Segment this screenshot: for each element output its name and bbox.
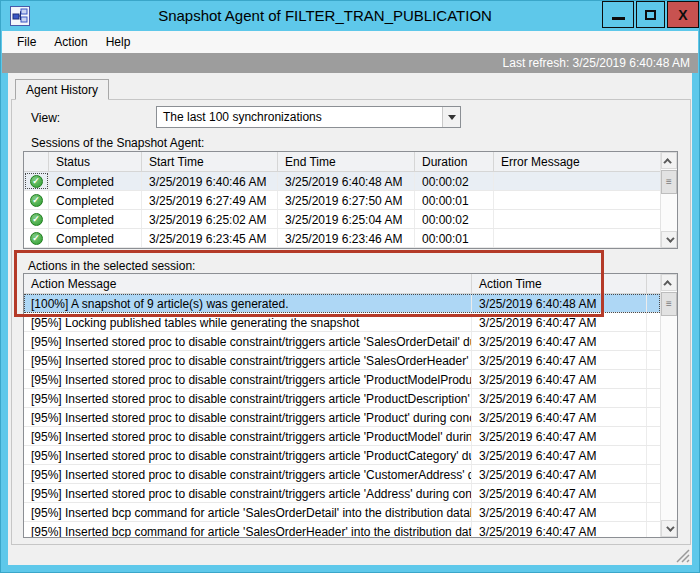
action-message-cell: [95%] Inserted stored proc to disable co… (24, 465, 472, 483)
status-cell: Completed (49, 229, 142, 247)
scroll-down-button[interactable] (661, 520, 677, 537)
action-time-cell: 3/25/2019 6:40:47 AM (472, 465, 647, 483)
filler-cell (647, 332, 660, 350)
table-row[interactable]: [95%] Inserted stored proc to disable co… (24, 446, 660, 465)
end-time-cell: 3/25/2019 6:27:50 AM (278, 191, 415, 209)
action-time-cell: 3/25/2019 6:40:47 AM (472, 484, 647, 502)
actions-table: Action MessageAction Time [100%] A snaps… (23, 273, 678, 538)
maximize-button[interactable] (636, 1, 665, 28)
scrollbar-thumb[interactable]: ≡ (661, 292, 677, 316)
table-row[interactable]: ✓Completed3/25/2019 6:40:46 AM3/25/2019 … (24, 172, 660, 191)
scroll-down-button[interactable] (661, 231, 677, 248)
chevron-down-icon (666, 234, 674, 242)
menu-bar: FileActionHelp (2, 31, 698, 53)
sessions-header: StatusStart TimeEnd TimeDurationError Me… (24, 152, 660, 172)
console-window-icon (10, 6, 30, 26)
filler-cell (647, 351, 660, 369)
scrollbar-thumb[interactable]: ≡ (661, 170, 677, 194)
table-row[interactable]: [95%] Inserted stored proc to disable co… (24, 351, 660, 370)
tab-agent-history[interactable]: Agent History (15, 79, 109, 100)
column-header-status-icon[interactable] (24, 152, 49, 171)
error-message-cell (494, 210, 660, 228)
filler-cell (647, 427, 660, 445)
chevron-up-icon (663, 280, 671, 288)
action-message-cell: [95%] Inserted stored proc to disable co… (24, 408, 472, 426)
table-row[interactable]: [95%] Inserted stored proc to disable co… (24, 484, 660, 503)
chevron-down-icon (448, 115, 456, 120)
error-message-cell (494, 229, 660, 247)
column-header-end-time[interactable]: End Time (278, 152, 415, 171)
action-message-cell: [95%] Inserted bcp command for article '… (24, 503, 472, 521)
action-time-cell: 3/25/2019 6:40:47 AM (472, 370, 647, 388)
filler-cell (647, 465, 660, 483)
error-message-cell (494, 172, 660, 190)
action-time-cell: 3/25/2019 6:40:47 AM (472, 332, 647, 350)
scroll-up-button[interactable] (661, 152, 677, 169)
dialog-window: Snapshot Agent of FILTER_TRAN_PUBLICATIO… (0, 0, 700, 573)
duration-cell: 00:00:02 (415, 172, 494, 190)
start-time-cell: 3/25/2019 6:23:45 AM (142, 229, 278, 247)
view-dropdown-button[interactable] (442, 107, 460, 127)
table-row[interactable]: [95%] Locking published tables while gen… (24, 313, 660, 332)
check-circle-icon: ✓ (30, 175, 43, 188)
check-circle-icon: ✓ (30, 194, 43, 207)
action-message-cell: [95%] Locking published tables while gen… (24, 313, 472, 331)
column-header-start-time[interactable]: Start Time (142, 152, 278, 171)
menu-item-file[interactable]: File (8, 31, 45, 53)
close-button[interactable]: X (667, 1, 699, 28)
column-header-status[interactable]: Status (49, 152, 142, 171)
action-message-cell: [95%] Inserted bcp command for article '… (24, 522, 472, 537)
table-row[interactable]: [100%] A snapshot of 9 article(s) was ge… (24, 294, 660, 313)
menu-item-help[interactable]: Help (97, 31, 140, 53)
table-row[interactable]: ✓Completed3/25/2019 6:23:45 AM3/25/2019 … (24, 229, 660, 248)
check-circle-icon: ✓ (30, 232, 43, 245)
filler-cell (647, 389, 660, 407)
table-row[interactable]: [95%] Inserted stored proc to disable co… (24, 408, 660, 427)
actions-label: Actions in the selected session: (28, 259, 195, 273)
status-icon-cell: ✓ (24, 172, 49, 190)
action-time-cell: 3/25/2019 6:40:47 AM (472, 446, 647, 464)
action-message-cell: [95%] Inserted stored proc to disable co… (24, 370, 472, 388)
table-row[interactable]: [95%] Inserted stored proc to disable co… (24, 465, 660, 484)
sessions-scrollbar[interactable]: ≡ (660, 152, 677, 248)
error-message-cell (494, 191, 660, 209)
action-message-cell: [95%] Inserted stored proc to disable co… (24, 351, 472, 369)
table-row[interactable]: ✓Completed3/25/2019 6:27:49 AM3/25/2019 … (24, 191, 660, 210)
duration-cell: 00:00:02 (415, 210, 494, 228)
maximize-icon (645, 10, 656, 20)
column-header-error-message[interactable]: Error Message (494, 152, 660, 171)
actions-scrollbar[interactable]: ≡ (660, 274, 677, 537)
view-dropdown[interactable]: The last 100 synchronizations (156, 106, 461, 128)
action-time-cell: 3/25/2019 6:40:47 AM (472, 351, 647, 369)
actions-body: [100%] A snapshot of 9 article(s) was ge… (24, 294, 660, 537)
action-message-cell: [100%] A snapshot of 9 article(s) was ge… (24, 294, 472, 312)
minimize-button[interactable] (602, 1, 634, 28)
chevron-up-icon (663, 158, 671, 166)
start-time-cell: 3/25/2019 6:40:46 AM (142, 172, 278, 190)
table-row[interactable]: [95%] Inserted stored proc to disable co… (24, 332, 660, 351)
action-message-cell: [95%] Inserted stored proc to disable co… (24, 427, 472, 445)
table-row[interactable]: [95%] Inserted stored proc to disable co… (24, 389, 660, 408)
filler-cell (647, 484, 660, 502)
table-row[interactable]: ✓Completed3/25/2019 6:25:02 AM3/25/2019 … (24, 210, 660, 229)
minimize-icon (612, 17, 625, 20)
scroll-up-button[interactable] (661, 274, 677, 291)
sessions-table: StatusStart TimeEnd TimeDurationError Me… (23, 151, 678, 249)
table-row[interactable]: [95%] Inserted bcp command for article '… (24, 503, 660, 522)
action-time-cell: 3/25/2019 6:40:47 AM (472, 313, 647, 331)
column-header-action-time[interactable]: Action Time (472, 274, 647, 293)
column-header-action-message[interactable]: Action Message (24, 274, 472, 293)
duration-cell: 00:00:01 (415, 191, 494, 209)
title-bar[interactable]: Snapshot Agent of FILTER_TRAN_PUBLICATIO… (1, 1, 699, 31)
table-row[interactable]: [95%] Inserted bcp command for article '… (24, 522, 660, 537)
menu-item-action[interactable]: Action (45, 31, 96, 53)
table-row[interactable]: [95%] Inserted stored proc to disable co… (24, 370, 660, 389)
actions-header: Action MessageAction Time (24, 274, 660, 294)
action-message-cell: [95%] Inserted stored proc to disable co… (24, 446, 472, 464)
table-row[interactable]: [95%] Inserted stored proc to disable co… (24, 427, 660, 446)
close-icon: X (678, 7, 687, 23)
resize-grip-icon[interactable] (676, 549, 690, 563)
status-cell: Completed (49, 210, 142, 228)
action-message-cell: [95%] Inserted stored proc to disable co… (24, 484, 472, 502)
column-header-duration[interactable]: Duration (415, 152, 494, 171)
